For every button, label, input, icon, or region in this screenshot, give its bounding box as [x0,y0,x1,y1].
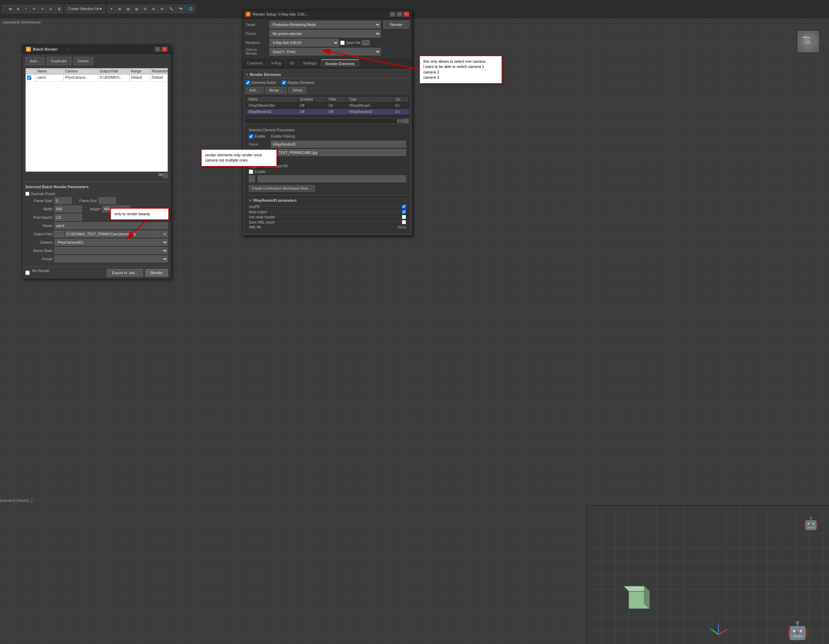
override-preset-checkbox[interactable] [25,192,30,196]
vray-param-cb-3[interactable] [402,215,406,219]
toolbar-create-selection-btn[interactable]: Create Selection Se▼ [66,5,105,13]
toolbar-icon-1[interactable]: ≡ [108,5,115,13]
render-setup-maximize-btn[interactable]: □ [397,12,402,17]
render-setup-minimize-btn[interactable]: ─ [390,12,395,17]
toolbar-icon-10[interactable]: 🌐 [186,5,195,13]
combustion-browse-btn[interactable]: ... [249,175,255,182]
target-dropdown[interactable]: Production Rendering Mode [270,21,381,28]
toolbar-icon-3[interactable]: ▥ [124,5,132,13]
toolbar-move-btn[interactable]: ✛ [30,5,38,13]
preset-dropdown[interactable]: No preset selected [270,30,381,38]
create-combustion-btn[interactable]: Create Combustion Workspace Now ... [249,185,315,192]
vray-param-cb-2[interactable] [402,210,406,214]
render-setup-close-btn[interactable]: ✕ [403,12,409,17]
enable-filtering-label: Enable Filtering [271,134,295,139]
batch-add-btn[interactable]: Add... [25,57,44,65]
nav-cube[interactable]: TOP FR [798,31,819,52]
toolbar-select-btn[interactable]: + [22,5,30,13]
camera-dropdown[interactable]: PhysCamera001 [54,239,168,246]
vray-param-cb-1[interactable] [402,205,406,209]
row-checkbox[interactable] [27,76,31,80]
output-path-clear-btn[interactable]: ✕ [161,230,168,237]
width-input[interactable] [54,205,82,213]
tab-gi[interactable]: GI [286,59,299,68]
render-btn[interactable]: Render [145,269,168,276]
vray-param-node-handle: Use node handle [249,215,406,219]
svg-text:FR: FR [805,36,807,38]
elements-delete-btn[interactable]: Delete [288,87,306,93]
vray-param-name-2: deep output [249,210,267,214]
tab-common[interactable]: Common [243,59,267,68]
elem-name-input[interactable] [271,141,406,148]
batch-table-header: Name Camera Output Path Range Resolution… [26,68,168,74]
batch-scrollbar[interactable] [158,173,163,176]
name-input[interactable] [54,222,168,229]
batch-render-close-btn[interactable]: ✕ [162,47,167,52]
vray-params-title: VRayRenderID parameters [249,199,406,202]
batch-duplicate-btn[interactable]: Duplicate [46,57,71,65]
vray-param-cb-4[interactable] [402,220,406,224]
toolbar-icon-7[interactable]: ⚙ [158,5,166,13]
elem-filter-2: Off [327,109,347,115]
elements-add-btn[interactable]: Add ... [246,87,263,93]
scroll-right-btn[interactable]: › [404,119,409,123]
view-dropdown[interactable]: View [2,5,14,13]
preset-dropdown[interactable] [54,256,168,262]
output-path-input[interactable] [65,230,161,237]
batch-delete-btn[interactable]: Delete [73,57,93,65]
elem-output-1: D:\ [394,103,409,109]
svg-text:X: X [728,628,729,630]
save-file-checkbox[interactable] [340,41,345,45]
nav-cube-inner[interactable]: TOP FR [798,31,819,52]
enable-combustion-checkbox[interactable] [249,169,253,174]
enable-checkbox[interactable] [249,134,253,139]
height-label: Height: [84,207,101,211]
batch-scroll-right-btn[interactable]: › [163,173,168,178]
frame-start-input[interactable] [54,197,72,204]
output-path-browse-btn[interactable]: ... [54,230,64,237]
output-combustion-section: Output to CombustionTM Enable ... Create… [246,162,409,194]
row-check[interactable] [26,74,36,82]
render-elements-section-title: Render Elements [246,71,409,78]
export-bat-btn[interactable]: Export to .bat... [107,269,143,276]
toolbar-icon-5[interactable]: ⊟ [141,5,149,13]
table-row[interactable]: VRayRenderID Off Off VRayRenderID D:\ [246,109,409,115]
toolbar-rotate-btn[interactable]: ↺ [38,5,46,13]
table-row[interactable]: cam1 PhysCamera... D:\3DSMAX\... Default… [26,74,168,82]
toolbar-icon-9[interactable]: 📷 [177,5,185,13]
renderer-dropdown[interactable]: V-Ray Adv 3.60.04 [270,39,339,46]
render-main-btn[interactable]: Render [383,21,409,28]
batch-render-content: Add... Duplicate Delete Name Camera Outp… [22,54,171,182]
toolbar-icon-6[interactable]: ⊕ [150,5,157,13]
vray-param-xml-file: XML file None [249,225,406,229]
toolbar-icon-8[interactable]: 🔧 [167,5,176,13]
elements-active-checkbox[interactable] [246,80,250,85]
batch-render-minimize-btn[interactable]: ─ [155,47,161,52]
row-resolution: Default [150,74,168,82]
combustion-path-input[interactable] [258,175,406,182]
vray-param-dots-1 [261,206,400,207]
elements-merge-btn[interactable]: Merge ... [265,87,287,93]
vray-param-dots-2 [268,212,400,212]
enable-combustion-label: Enable [249,169,406,174]
preset-label: Preset: [246,32,268,36]
scene-state-dropdown[interactable] [54,247,168,254]
tab-vray[interactable]: V-Ray [267,59,286,68]
toolbar-icon-2[interactable]: ⊞ [116,5,123,13]
renderer-options-btn[interactable]: ... [362,40,370,46]
toolbar-snap-btn[interactable]: ⊕ [14,5,22,13]
frame-end-input[interactable] [99,197,116,204]
tab-render-elements[interactable]: Render Elements [321,59,359,68]
toolbar-icon-4[interactable]: ▤ [133,5,141,13]
vray-param-value-5: None [398,225,406,229]
pixel-aspect-input[interactable] [54,214,82,221]
elements-scrollbar[interactable]: › [246,119,409,123]
toolbar-misc-btn[interactable]: ⇶ [55,5,63,13]
toolbar-scale-btn[interactable]: ⊡ [47,5,54,13]
table-row[interactable]: VRayDiffuseFilter Off On VRayDiffuseF...… [246,103,409,109]
net-render-checkbox[interactable] [25,269,30,276]
elem-path-input[interactable] [256,149,406,156]
tab-settings[interactable]: Settings [299,59,321,68]
view-to-render-dropdown[interactable]: Quad 4 - Front [270,48,381,55]
display-elements-checkbox[interactable] [282,80,286,85]
